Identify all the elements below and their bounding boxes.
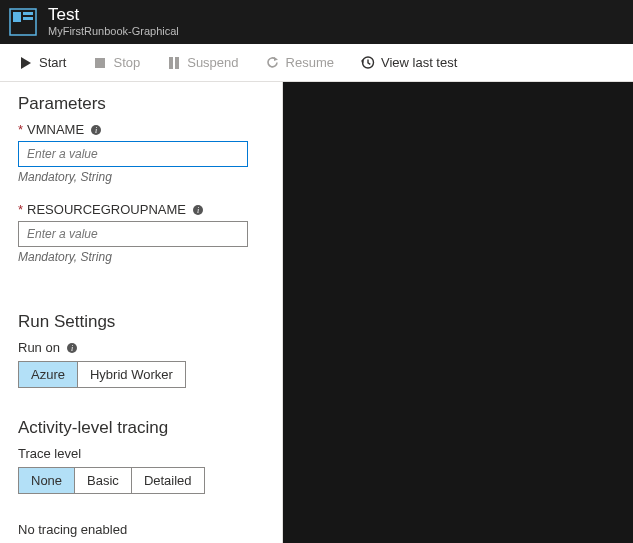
trace-none[interactable]: None bbox=[19, 468, 75, 493]
parameters-heading: Parameters bbox=[18, 94, 264, 114]
svg-text:i: i bbox=[95, 126, 97, 135]
settings-panel: Parameters * VMNAME i Mandatory, String … bbox=[0, 82, 283, 543]
run-on-azure[interactable]: Azure bbox=[19, 362, 78, 387]
required-star: * bbox=[18, 202, 23, 217]
svg-marker-8 bbox=[274, 57, 278, 61]
suspend-label: Suspend bbox=[187, 55, 238, 70]
info-icon[interactable]: i bbox=[192, 204, 204, 216]
svg-rect-1 bbox=[13, 12, 21, 22]
blade-subtitle: MyFirstRunbook-Graphical bbox=[48, 25, 179, 38]
refresh-icon bbox=[265, 55, 280, 70]
vmname-input[interactable] bbox=[18, 141, 248, 167]
svg-marker-4 bbox=[21, 57, 31, 69]
resume-label: Resume bbox=[286, 55, 334, 70]
svg-rect-2 bbox=[23, 12, 33, 15]
suspend-button[interactable]: Suspend bbox=[156, 49, 248, 76]
required-star: * bbox=[18, 122, 23, 137]
resourcegroupname-input[interactable] bbox=[18, 221, 248, 247]
param-label: VMNAME bbox=[27, 122, 84, 137]
svg-rect-7 bbox=[175, 57, 179, 69]
svg-text:i: i bbox=[197, 206, 199, 215]
run-on-label: Run on i bbox=[18, 340, 264, 355]
trace-detailed[interactable]: Detailed bbox=[132, 468, 204, 493]
start-button[interactable]: Start bbox=[8, 49, 76, 76]
param-label: RESOURCEGROUPNAME bbox=[27, 202, 186, 217]
svg-text:i: i bbox=[71, 344, 73, 353]
start-label: Start bbox=[39, 55, 66, 70]
test-blade-icon bbox=[8, 7, 38, 37]
svg-rect-5 bbox=[95, 58, 105, 68]
tracing-heading: Activity-level tracing bbox=[18, 418, 264, 438]
trace-level-label: Trace level bbox=[18, 446, 264, 461]
play-icon bbox=[18, 55, 33, 70]
stop-button[interactable]: Stop bbox=[82, 49, 150, 76]
info-icon[interactable]: i bbox=[66, 342, 78, 354]
view-last-test-label: View last test bbox=[381, 55, 457, 70]
param-hint: Mandatory, String bbox=[18, 170, 264, 184]
svg-rect-3 bbox=[23, 17, 33, 20]
run-on-toggle: Azure Hybrid Worker bbox=[18, 361, 186, 388]
view-last-test-button[interactable]: View last test bbox=[350, 49, 467, 76]
toolbar: Start Stop Suspend Resume View last test bbox=[0, 44, 633, 82]
param-hint: Mandatory, String bbox=[18, 250, 264, 264]
parameter-vmname: * VMNAME i Mandatory, String bbox=[18, 122, 264, 184]
blade-title: Test bbox=[48, 6, 179, 25]
stop-icon bbox=[92, 55, 107, 70]
svg-rect-6 bbox=[169, 57, 173, 69]
parameter-resourcegroupname: * RESOURCEGROUPNAME i Mandatory, String bbox=[18, 202, 264, 264]
run-settings-heading: Run Settings bbox=[18, 312, 264, 332]
run-on-hybrid[interactable]: Hybrid Worker bbox=[78, 362, 185, 387]
resume-button[interactable]: Resume bbox=[255, 49, 344, 76]
trace-basic[interactable]: Basic bbox=[75, 468, 132, 493]
history-icon bbox=[360, 55, 375, 70]
stop-label: Stop bbox=[113, 55, 140, 70]
trace-level-toggle: None Basic Detailed bbox=[18, 467, 205, 494]
pause-icon bbox=[166, 55, 181, 70]
info-icon[interactable]: i bbox=[90, 124, 102, 136]
tracing-status: No tracing enabled bbox=[18, 522, 264, 537]
blade-header: Test MyFirstRunbook-Graphical bbox=[0, 0, 633, 44]
output-panel bbox=[283, 82, 633, 543]
